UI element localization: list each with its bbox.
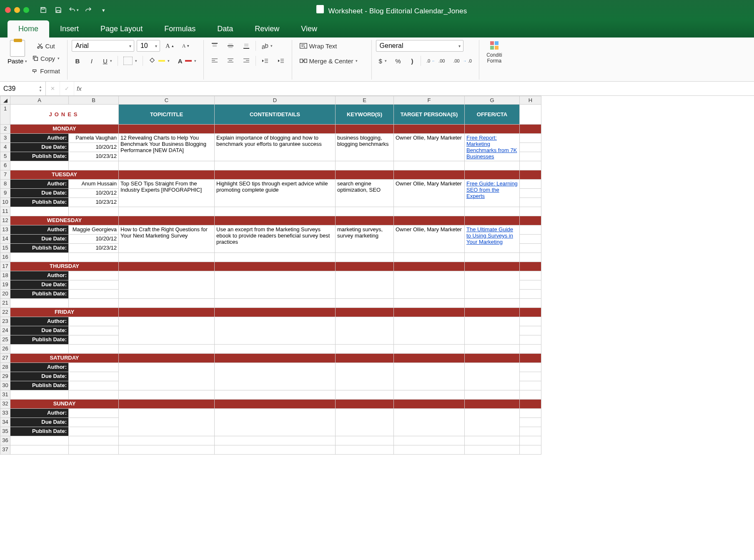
cell[interactable] [394, 363, 465, 390]
comma-button[interactable]: ) [406, 55, 418, 67]
spreadsheet-grid[interactable]: ◢ A B C D E F G H 1JONESTOPIC/TITLECONTE… [0, 96, 541, 455]
cell[interactable] [465, 436, 520, 445]
cell[interactable] [394, 409, 465, 436]
cell[interactable] [336, 400, 394, 409]
cell[interactable] [69, 335, 119, 345]
currency-button[interactable]: $▾ [376, 55, 390, 67]
cell[interactable] [520, 271, 541, 280]
cell[interactable] [119, 253, 215, 262]
fill-color-button[interactable]: ▾ [145, 55, 173, 67]
cell[interactable] [520, 143, 541, 152]
row-header[interactable]: 34 [0, 418, 10, 427]
cell[interactable] [465, 271, 520, 299]
row-header[interactable]: 18 [0, 271, 10, 280]
cell[interactable] [394, 125, 465, 134]
cell[interactable] [69, 161, 119, 170]
cell[interactable] [69, 372, 119, 381]
cell[interactable] [520, 317, 541, 326]
cell[interactable] [520, 170, 541, 180]
row-header[interactable]: 28 [0, 363, 10, 372]
cell[interactable] [69, 317, 119, 326]
cell[interactable] [465, 363, 520, 390]
cell[interactable]: Highlight SEO tips through expert advice… [215, 180, 336, 207]
cell[interactable] [69, 345, 119, 354]
col-header[interactable]: B [69, 96, 119, 105]
cell[interactable] [394, 317, 465, 345]
cell[interactable] [465, 445, 520, 455]
close-icon[interactable] [5, 7, 11, 13]
cell[interactable] [520, 161, 541, 170]
cell[interactable] [215, 363, 336, 390]
cell[interactable]: Owner Ollie, Mary Marketer [394, 134, 465, 161]
tab-page-layout[interactable]: Page Layout [90, 20, 153, 38]
align-top-button[interactable] [208, 40, 221, 52]
day-name[interactable]: TUESDAY [10, 170, 119, 180]
header-cell[interactable]: TARGET PERSONA(S) [394, 105, 465, 125]
cell[interactable] [69, 445, 119, 455]
cell[interactable]: Owner Ollie, Mary Marketer [394, 180, 465, 207]
cell[interactable] [520, 335, 541, 345]
cell[interactable] [215, 262, 336, 271]
row-header[interactable]: 10 [0, 198, 10, 207]
col-header[interactable]: G [465, 96, 520, 105]
cell[interactable] [215, 409, 336, 436]
cell[interactable]: Author: [10, 225, 69, 235]
cell[interactable] [69, 280, 119, 290]
increase-decimal-button[interactable]: .0←.00 [423, 55, 448, 67]
cell[interactable] [465, 299, 520, 308]
cell[interactable] [10, 436, 69, 445]
cell[interactable] [520, 345, 541, 354]
cell[interactable] [10, 445, 69, 455]
tab-review[interactable]: Review [244, 20, 290, 38]
cell[interactable] [394, 354, 465, 363]
align-middle-button[interactable] [224, 40, 237, 52]
tab-home[interactable]: Home [8, 20, 49, 38]
undo-icon[interactable]: ▾ [68, 4, 79, 16]
redo-icon[interactable] [83, 4, 94, 16]
cell[interactable]: Free Report: Marketing Benchmarks from 7… [465, 134, 520, 161]
cell[interactable]: Publish Date: [10, 381, 69, 390]
cell[interactable] [10, 345, 69, 354]
fx-icon[interactable]: fx [74, 85, 84, 92]
number-format-select[interactable]: General [376, 40, 463, 52]
cell[interactable] [465, 390, 520, 400]
tab-data[interactable]: Data [206, 20, 244, 38]
cell[interactable] [119, 445, 215, 455]
cell[interactable]: Due Date: [10, 280, 69, 290]
cell[interactable]: How to Craft the Right Questions for You… [119, 225, 215, 253]
cell[interactable]: Author: [10, 363, 69, 372]
cell[interactable]: Due Date: [10, 189, 69, 198]
cell[interactable] [520, 235, 541, 244]
cell[interactable]: Author: [10, 180, 69, 189]
copy-button[interactable]: Copy▾ [29, 52, 63, 64]
cell[interactable] [215, 253, 336, 262]
cell[interactable] [465, 409, 520, 436]
row-header[interactable]: 4 [0, 143, 10, 152]
cell[interactable] [69, 207, 119, 216]
row-header[interactable]: 29 [0, 372, 10, 381]
cell[interactable] [465, 207, 520, 216]
row-header[interactable]: 15 [0, 244, 10, 253]
cell[interactable] [69, 299, 119, 308]
cell[interactable] [336, 299, 394, 308]
cell[interactable] [119, 363, 215, 390]
percent-button[interactable]: % [392, 55, 404, 67]
cell[interactable] [119, 125, 215, 134]
cell[interactable] [215, 354, 336, 363]
cell[interactable] [394, 207, 465, 216]
col-header[interactable]: H [520, 96, 541, 105]
cell[interactable] [215, 125, 336, 134]
cell[interactable] [336, 262, 394, 271]
cell[interactable] [119, 271, 215, 299]
cell[interactable] [394, 390, 465, 400]
cell[interactable] [465, 345, 520, 354]
header-cell[interactable]: KEYWORD(S) [336, 105, 394, 125]
cell[interactable] [119, 354, 215, 363]
cell[interactable]: search engine optimization, SEO [336, 180, 394, 207]
bold-button[interactable]: B [72, 55, 83, 67]
row-header[interactable]: 8 [0, 180, 10, 189]
cell[interactable]: Publish Date: [10, 198, 69, 207]
cell[interactable] [465, 308, 520, 317]
cell[interactable] [465, 400, 520, 409]
cell[interactable] [394, 216, 465, 225]
